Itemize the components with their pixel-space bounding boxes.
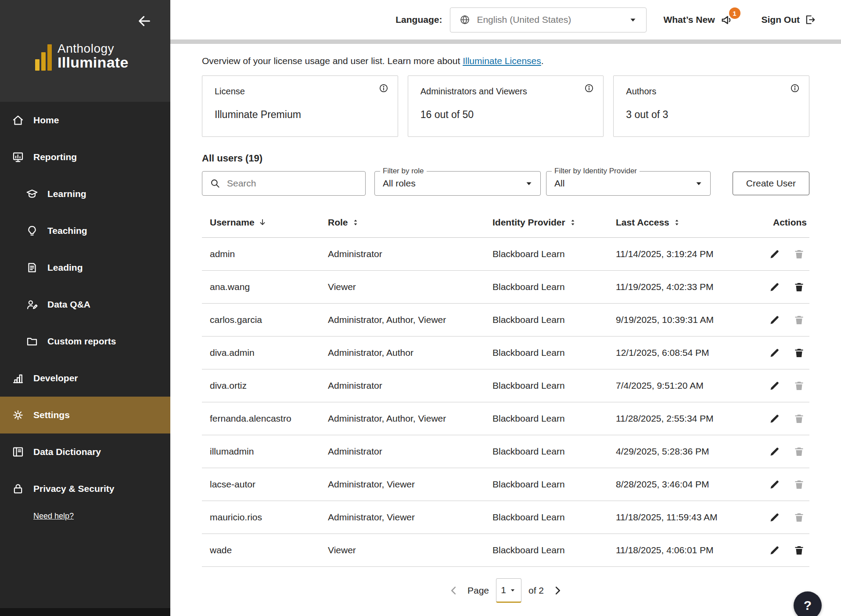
whats-new-label: What’s New bbox=[663, 14, 715, 25]
cell-idp: Blackboard Learn bbox=[492, 380, 616, 391]
sidebar-item-leading[interactable]: Leading bbox=[0, 249, 170, 286]
whats-new-badge: 1 bbox=[729, 7, 740, 19]
sidebar-item-custom-reports[interactable]: Custom reports bbox=[0, 323, 170, 360]
sidebar-item-settings[interactable]: Settings bbox=[0, 397, 170, 433]
help-button[interactable]: ? bbox=[794, 591, 822, 616]
delete-icon[interactable] bbox=[793, 412, 805, 425]
card-value: 3 out of 3 bbox=[626, 109, 797, 121]
anthology-illuminate-logo: Anthology Illuminate bbox=[35, 42, 129, 71]
search-field[interactable] bbox=[202, 171, 366, 196]
previous-page-icon[interactable] bbox=[447, 584, 460, 597]
delete-icon[interactable] bbox=[793, 478, 805, 491]
cell-idp: Blackboard Learn bbox=[492, 479, 616, 490]
topbar: Language: English (United States) What’s… bbox=[170, 0, 841, 39]
edit-icon[interactable] bbox=[768, 380, 780, 392]
edit-icon[interactable] bbox=[768, 511, 780, 523]
app-window: Anthology Illuminate Home Reporting Lear… bbox=[0, 0, 841, 616]
cell-idp: Blackboard Learn bbox=[492, 446, 616, 457]
sort-both-icon[interactable] bbox=[673, 218, 681, 226]
table-row: mauricio.rios Administrator, Viewer Blac… bbox=[202, 501, 809, 534]
sidebar-item-label: Developer bbox=[33, 373, 78, 383]
overview-suffix: . bbox=[541, 56, 544, 66]
delete-icon[interactable] bbox=[793, 314, 805, 326]
cell-last-access: 11/14/2025, 3:19:24 PM bbox=[616, 249, 757, 259]
sidebar-item-data-qa[interactable]: Data Q&A bbox=[0, 286, 170, 323]
delete-icon[interactable] bbox=[793, 511, 805, 523]
sidebar-item-data-dictionary[interactable]: Data Dictionary bbox=[0, 433, 170, 470]
cell-last-access: 11/28/2025, 2:55:34 PM bbox=[616, 413, 757, 424]
sort-both-icon[interactable] bbox=[569, 218, 577, 226]
sort-both-icon[interactable] bbox=[352, 218, 359, 226]
sign-out-button[interactable]: Sign Out bbox=[762, 14, 817, 26]
sidebar-item-home[interactable]: Home bbox=[0, 102, 170, 139]
filter-idp-select[interactable]: Filter by Identity Provider All bbox=[546, 171, 711, 196]
column-header-username[interactable]: Username bbox=[202, 217, 328, 228]
column-header-idp[interactable]: Identity Provider bbox=[492, 217, 616, 228]
cell-last-access: 12/1/2025, 6:08:54 PM bbox=[616, 347, 757, 358]
chevron-down-icon bbox=[524, 178, 534, 189]
page-number-select[interactable]: 1 bbox=[496, 578, 521, 603]
current-page: 1 bbox=[501, 585, 506, 595]
delete-icon[interactable] bbox=[793, 347, 805, 359]
sidebar-item-label: Leading bbox=[47, 262, 83, 273]
sort-descending-icon[interactable] bbox=[258, 218, 267, 227]
delete-icon[interactable] bbox=[793, 445, 805, 458]
filter-row: Filter by role All roles Filter by Ident… bbox=[202, 171, 809, 196]
edit-icon[interactable] bbox=[768, 314, 780, 326]
sidebar-item-developer[interactable]: Developer bbox=[0, 360, 170, 397]
create-user-button[interactable]: Create User bbox=[733, 172, 809, 195]
delete-icon[interactable] bbox=[793, 380, 805, 392]
custom-reports-icon bbox=[25, 335, 39, 348]
delete-icon[interactable] bbox=[793, 281, 805, 293]
cell-role: Administrator bbox=[328, 380, 492, 391]
users-table: Username Role Identity Provider Last Acc… bbox=[202, 207, 809, 567]
filter-role-label: Filter by role bbox=[380, 167, 427, 175]
cell-role: Administrator, Author, Viewer bbox=[328, 413, 492, 424]
globe-icon bbox=[459, 14, 471, 25]
filter-role-select[interactable]: Filter by role All roles bbox=[374, 171, 541, 196]
edit-icon[interactable] bbox=[768, 412, 780, 425]
sign-out-icon bbox=[804, 14, 816, 26]
delete-icon[interactable] bbox=[793, 248, 805, 260]
info-icon[interactable] bbox=[584, 83, 594, 93]
language-select[interactable]: English (United States) bbox=[450, 7, 647, 32]
cell-username: lacse-autor bbox=[202, 479, 328, 490]
column-header-role[interactable]: Role bbox=[328, 217, 492, 228]
data-qa-icon bbox=[25, 298, 39, 311]
sidebar-item-reporting[interactable]: Reporting bbox=[0, 139, 170, 175]
settings-gear-icon bbox=[11, 408, 25, 422]
sidebar-item-learning[interactable]: Learning bbox=[0, 175, 170, 212]
edit-icon[interactable] bbox=[768, 544, 780, 556]
next-page-icon[interactable] bbox=[551, 584, 564, 597]
edit-icon[interactable] bbox=[768, 347, 780, 359]
collapse-sidebar-arrow-icon[interactable] bbox=[137, 13, 153, 29]
info-icon[interactable] bbox=[378, 83, 389, 93]
cell-last-access: 11/19/2025, 4:02:33 PM bbox=[616, 282, 757, 292]
search-input[interactable] bbox=[227, 178, 358, 189]
license-cards: License Illuminate Premium Administrator… bbox=[202, 75, 809, 137]
card-title: Administrators and Viewers bbox=[420, 86, 591, 97]
info-icon[interactable] bbox=[790, 83, 800, 93]
cell-role: Administrator bbox=[328, 446, 492, 457]
developer-icon bbox=[11, 372, 25, 385]
cell-last-access: 11/18/2025, 4:06:01 PM bbox=[616, 545, 757, 555]
need-help-link[interactable]: Need help? bbox=[33, 512, 74, 521]
sidebar-item-label: Data Dictionary bbox=[33, 447, 101, 457]
whats-new-button[interactable]: What’s New 1 bbox=[663, 13, 734, 27]
cell-idp: Blackboard Learn bbox=[492, 512, 616, 523]
card-title: Authors bbox=[626, 86, 797, 97]
sidebar-item-teaching[interactable]: Teaching bbox=[0, 212, 170, 249]
edit-icon[interactable] bbox=[768, 281, 780, 293]
overview-text: Overview of your license usage and user … bbox=[202, 55, 809, 67]
edit-icon[interactable] bbox=[768, 248, 780, 260]
sidebar-item-label: Settings bbox=[33, 410, 70, 420]
table-header-row: Username Role Identity Provider Last Acc… bbox=[202, 207, 809, 238]
delete-icon[interactable] bbox=[793, 544, 805, 556]
edit-icon[interactable] bbox=[768, 445, 780, 458]
column-header-last-access[interactable]: Last Access bbox=[616, 217, 757, 228]
edit-icon[interactable] bbox=[768, 478, 780, 491]
illuminate-licenses-link[interactable]: Illuminate Licenses bbox=[463, 56, 541, 66]
cell-role: Administrator, Viewer bbox=[328, 512, 492, 523]
sidebar-item-privacy-security[interactable]: Privacy & Security bbox=[0, 470, 170, 507]
filter-idp-value: All bbox=[554, 178, 694, 189]
